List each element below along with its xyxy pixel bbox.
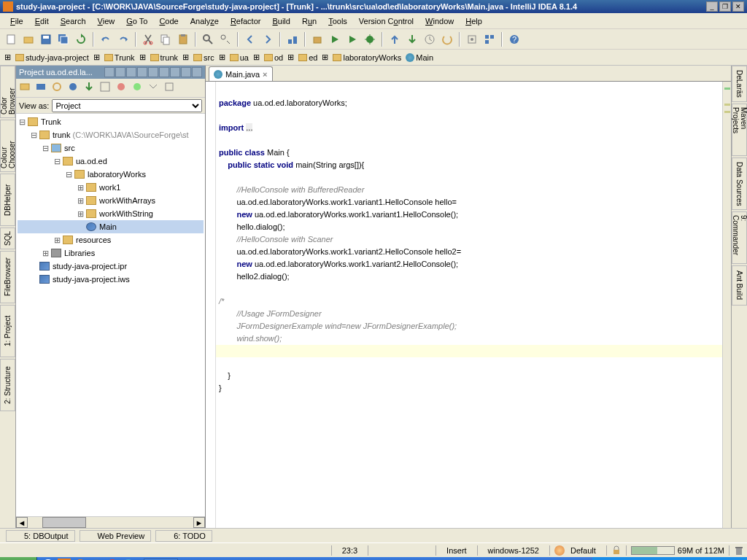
breadcrumb-src[interactable]: src: [192, 53, 216, 62]
find-button[interactable]: [200, 31, 216, 47]
pane-tool[interactable]: [51, 81, 66, 96]
breadcrumb-od[interactable]: od: [263, 53, 285, 62]
tab-data[interactable]: Data Sources: [732, 158, 747, 210]
vcs-revert-button[interactable]: [439, 31, 455, 47]
refresh-button[interactable]: [73, 31, 89, 47]
tree-src[interactable]: src: [63, 144, 75, 152]
tree-lib[interactable]: Libraries: [63, 249, 95, 257]
pane-tool[interactable]: [115, 81, 130, 96]
status-ctx[interactable]: Default: [565, 546, 602, 555]
tree-wwa[interactable]: workWithArrays: [98, 196, 155, 205]
tree-ipr[interactable]: study-java-project.ipr: [51, 262, 127, 271]
run-button[interactable]: [344, 31, 360, 47]
tree-lab[interactable]: laboratoryWorks: [86, 170, 146, 179]
replace-button[interactable]: [217, 31, 233, 47]
pane-btn[interactable]: [170, 67, 180, 77]
breadcrumb-ua[interactable]: ua: [228, 53, 250, 62]
tab-right[interactable]: DeLaräs: [732, 66, 747, 102]
menu-build[interactable]: Build: [266, 15, 295, 27]
tree-wws[interactable]: workWithString: [98, 209, 153, 218]
maximize-button[interactable]: ❐: [719, 1, 731, 12]
save-button[interactable]: [38, 31, 54, 47]
pane-btn[interactable]: [104, 67, 115, 77]
undo-button[interactable]: [98, 31, 114, 47]
breadcrumb-expand[interactable]: ⊞: [181, 52, 190, 62]
pane-close[interactable]: [192, 67, 202, 77]
tab-colour-chooser[interactable]: Colour Chooser: [0, 120, 15, 172]
vcs-history-button[interactable]: [422, 31, 438, 47]
paste-button[interactable]: [175, 31, 191, 47]
menu-view[interactable]: View: [92, 15, 121, 27]
cut-button[interactable]: [140, 31, 156, 47]
menu-vcs[interactable]: Version Control: [353, 15, 419, 27]
breadcrumb-project[interactable]: study-java-project: [14, 53, 90, 62]
breadcrumb-expand[interactable]: ⊞: [320, 52, 330, 62]
tab-close[interactable]: ×: [263, 70, 267, 79]
tab-dbhelper[interactable]: DBHelper: [0, 174, 15, 226]
close-button[interactable]: ✕: [732, 1, 744, 12]
save-all-button[interactable]: [55, 31, 71, 47]
lock-icon[interactable]: [611, 545, 622, 556]
redo-button[interactable]: [115, 31, 131, 47]
start-button[interactable]: Пуск: [0, 557, 37, 560]
tab-maven[interactable]: Maven Projects: [732, 104, 747, 156]
breadcrumb-ed[interactable]: ed: [297, 53, 319, 62]
menu-analyze[interactable]: Analyze: [185, 15, 225, 27]
vcs-update-button[interactable]: [387, 31, 403, 47]
open-button[interactable]: [20, 31, 36, 47]
breadcrumb-module[interactable]: Trunk: [103, 53, 136, 62]
settings-button[interactable]: [464, 31, 480, 47]
pane-tool[interactable]: [67, 81, 82, 96]
help-button[interactable]: ?: [506, 31, 522, 47]
tab-structure[interactable]: 2: Structure: [0, 359, 15, 411]
menu-search[interactable]: Search: [55, 15, 92, 27]
breadcrumb-expand[interactable]: ⊞: [3, 52, 12, 62]
forward-button[interactable]: [260, 31, 276, 47]
pane-tool[interactable]: [163, 81, 178, 96]
pane-btn[interactable]: [126, 67, 136, 77]
breadcrumb-expand[interactable]: ⊞: [138, 52, 147, 62]
pane-btn[interactable]: [148, 67, 158, 77]
tab-commander[interactable]: 9: Commander: [732, 211, 747, 264]
menu-run[interactable]: Run: [296, 15, 322, 27]
build-button[interactable]: [285, 31, 301, 47]
breadcrumb-expand[interactable]: ⊞: [217, 52, 227, 62]
tree-main[interactable]: Main: [98, 222, 117, 231]
menu-code[interactable]: Code: [153, 15, 184, 27]
menu-help[interactable]: Help: [460, 15, 488, 27]
menu-file[interactable]: File: [4, 15, 29, 27]
project-structure-button[interactable]: [481, 31, 498, 47]
minimize-button[interactable]: _: [706, 1, 718, 12]
pane-btn[interactable]: [137, 67, 147, 77]
tab-todo[interactable]: 6: TODO: [155, 530, 212, 542]
tree-root[interactable]: Trunk: [39, 117, 61, 126]
pane-tool[interactable]: [19, 81, 34, 96]
view-combo[interactable]: Project: [52, 99, 202, 112]
copy-button[interactable]: [158, 31, 174, 47]
tree-work1[interactable]: work1: [98, 183, 120, 192]
editor-tab-main[interactable]: Main.java ×: [209, 66, 273, 81]
pane-btn[interactable]: [181, 67, 191, 77]
tab-webpreview[interactable]: Web Preview: [80, 530, 152, 542]
tree-hscroll[interactable]: ◄►: [16, 516, 205, 528]
pane-tool[interactable]: [35, 81, 50, 96]
tree-iws[interactable]: study-java-project.iws: [51, 275, 130, 284]
code-editor[interactable]: package ua.od.ed.laboratoryWorks; import…: [206, 82, 731, 528]
tab-filebrowser[interactable]: FileBrowser: [0, 251, 15, 303]
breadcrumb-expand[interactable]: ⊞: [92, 52, 101, 62]
pane-tool[interactable]: [131, 81, 146, 96]
pane-tool[interactable]: [83, 81, 98, 96]
status-enc[interactable]: windows-1252: [482, 546, 545, 555]
box-button[interactable]: [309, 31, 325, 47]
breadcrumb-trunk[interactable]: trunk: [149, 53, 179, 62]
tab-project[interactable]: 1: Project: [0, 305, 15, 357]
breadcrumb-lab[interactable]: laboratoryWorks: [331, 53, 403, 62]
pane-btn[interactable]: [115, 67, 125, 77]
tab-ant[interactable]: Ant Build: [732, 265, 747, 306]
menu-refactor[interactable]: Refactor: [225, 15, 267, 27]
debug-button[interactable]: [362, 31, 378, 47]
tree-trunk[interactable]: trunk (C:\WORK\JAVA\SourceForge\st: [51, 131, 189, 139]
run-config-button[interactable]: [327, 31, 343, 47]
status-mem[interactable]: 69M of 112M: [631, 546, 724, 555]
pane-tool[interactable]: [147, 81, 162, 96]
